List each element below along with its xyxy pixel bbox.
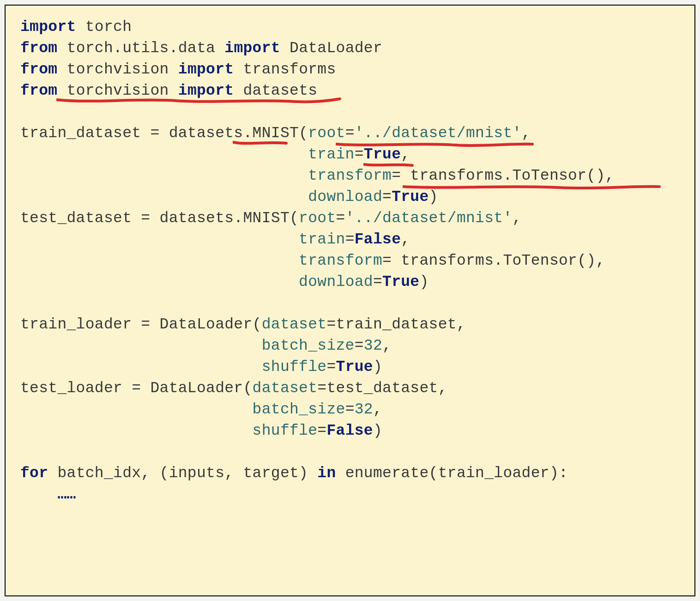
module-transforms: transforms [243,61,336,78]
keyword-from: from [20,82,57,99]
bool-true: True [364,146,401,163]
keyword-import: import [178,61,234,78]
code-content: import torch from torch.utils.data impor… [20,17,680,505]
call-totensor: transforms.ToTensor() [401,252,596,269]
param-shuffle: shuffle [253,422,318,439]
keyword-in: in [317,465,336,482]
bool-true: True [336,358,373,376]
loop-vars: batch_idx, (inputs, target) [57,465,308,482]
param-root: root [308,125,345,142]
bool-true: True [392,188,428,206]
param-dataset: dataset [253,380,318,397]
param-transform: transform [308,167,392,184]
class-dataloader: DataLoader [290,40,382,57]
param-download: download [299,273,373,291]
keyword-import: import [20,18,76,36]
param-shuffle: shuffle [262,358,327,376]
call-enumerate: enumerate(train_loader): [345,465,568,482]
num-32: 32 [364,337,382,354]
bool-false: False [326,422,373,439]
param-batch-size: batch_size [253,401,345,418]
param-batch-size: batch_size [262,337,355,354]
module-datasets: datasets [243,82,318,99]
var-train-loader: train_loader = DataLoader( [20,316,262,333]
module-torchvision: torchvision [67,82,169,99]
module-torch: torch [85,18,132,36]
bool-false: False [355,231,401,248]
param-train: train [308,146,355,163]
keyword-from: from [20,61,57,78]
param-download: download [308,188,382,206]
keyword-for: for [20,465,48,482]
string-root-path: '../dataset/mnist' [345,210,513,227]
keyword-import: import [178,82,234,99]
var-test-dataset: test_dataset = datasets.MNIST( [20,210,299,227]
arg-test-dataset: test_dataset, [326,380,447,397]
code-block: import torch from torch.utils.data impor… [5,5,695,596]
var-train-dataset: train_dataset = datasets.MNIST( [20,125,308,142]
param-root: root [299,210,336,227]
string-root-path: '../dataset/mnist' [355,125,522,142]
arg-train-dataset: train_dataset, [336,316,466,333]
module-torchvision: torchvision [67,61,169,78]
param-dataset: dataset [262,316,327,333]
keyword-import: import [224,40,280,57]
ellipsis: …… [57,486,76,503]
var-test-loader: test_loader = DataLoader( [20,380,253,397]
call-totensor: transforms.ToTensor() [410,167,605,184]
bool-true: True [382,273,419,291]
num-32: 32 [355,401,373,418]
keyword-from: from [20,40,57,57]
param-train: train [299,231,345,248]
module-torch-utils-data: torch.utils.data [67,40,216,57]
param-transform: transform [299,252,382,269]
